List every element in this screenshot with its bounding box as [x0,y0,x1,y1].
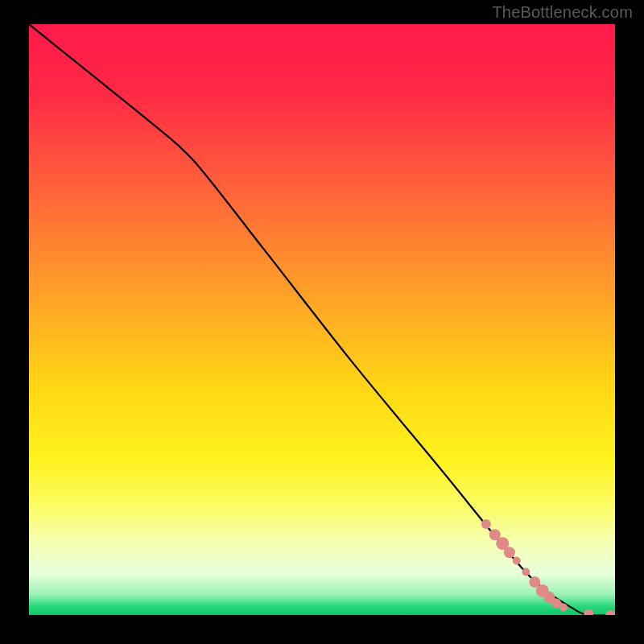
chart-marker [522,568,530,576]
chart-marker [504,547,515,558]
chart-background [29,24,615,615]
attribution-text: TheBottleneck.com [492,3,633,22]
chart-marker [513,556,521,564]
chart-plot-area [29,24,615,615]
chart-marker [559,603,568,611]
chart-marker [481,519,491,529]
chart-svg [29,24,615,615]
